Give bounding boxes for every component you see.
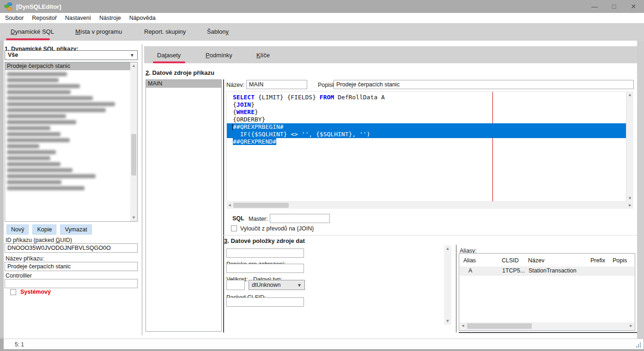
column-header[interactable]: Název xyxy=(528,257,544,264)
list-item-redacted[interactable] xyxy=(7,126,50,130)
app-icon xyxy=(4,2,12,11)
column-header[interactable]: Popis xyxy=(613,257,627,264)
velikost-input[interactable] xyxy=(226,280,245,290)
list-item-redacted[interactable] xyxy=(7,90,71,94)
scrollbar-thumb[interactable] xyxy=(233,203,289,208)
close-button[interactable]: ✕ xyxy=(629,3,638,10)
tab-datasety[interactable]: Datasety xyxy=(157,52,181,59)
tab-podmi-nky[interactable]: Podmínky xyxy=(206,52,232,59)
menu-item-repositor[interactable]: Repositoř xyxy=(28,13,61,23)
dataset-listbox[interactable]: MAIN xyxy=(146,79,222,332)
command-listbox[interactable]: Prodeje čerpacích stanic xyxy=(5,62,138,222)
system-checkbox[interactable] xyxy=(10,289,16,295)
packed-clsid-input[interactable] xyxy=(226,297,304,307)
caret-position: 5: 1 xyxy=(15,341,24,348)
text-caret xyxy=(232,124,233,130)
list-item-redacted[interactable] xyxy=(7,180,61,184)
scroll-up-icon[interactable]: ▲ xyxy=(130,62,137,69)
master-input[interactable] xyxy=(270,214,330,223)
column-header[interactable]: Prefix xyxy=(590,257,605,264)
scroll-down-icon[interactable]: ▼ xyxy=(444,318,451,325)
section3-scrollbar[interactable]: ▲ ▼ xyxy=(444,245,451,325)
tab-s-ablony[interactable]: Šablony xyxy=(207,28,229,35)
dataset-tabstrip: DatasetyPodmínkyKlíče xyxy=(144,46,637,63)
scrollbar-thumb[interactable] xyxy=(467,323,532,329)
list-item-redacted[interactable] xyxy=(7,78,59,82)
scroll-up-icon[interactable]: ▲ xyxy=(626,91,633,98)
editor-hscrollbar[interactable]: ◄ ► xyxy=(226,202,633,209)
field-input[interactable] xyxy=(5,262,138,271)
table-row[interactable]: A1TCP5...StationTransaction xyxy=(460,266,634,276)
app-window: [DynSQLEditor] — □ ✕ SouborRepositořNast… xyxy=(0,0,644,351)
tab-mi-sta-v-programu[interactable]: Místa v programu xyxy=(75,28,122,35)
list-item-redacted[interactable] xyxy=(7,162,61,166)
command-filter-combobox[interactable]: Vše ▼ xyxy=(5,50,138,60)
sql-line: {ORDERBY} xyxy=(227,116,626,123)
scroll-left-icon[interactable]: ◄ xyxy=(460,322,466,330)
list-item-redacted[interactable] xyxy=(7,84,80,88)
scroll-up-icon[interactable]: ▲ xyxy=(444,245,451,252)
sql-line: ##QREXPRBEGIN# xyxy=(227,123,626,131)
command-list-scrollbar[interactable]: ▲ ▼ xyxy=(130,62,137,221)
menu-item-nastroje[interactable]: Nástroje xyxy=(95,13,125,23)
active-inner-tab-indicator xyxy=(153,61,185,63)
list-item-redacted[interactable] xyxy=(7,168,73,172)
novy-button[interactable]: Nový xyxy=(6,224,29,235)
scroll-down-icon[interactable]: ▼ xyxy=(130,214,137,221)
field-input[interactable] xyxy=(5,279,138,288)
statusbar: 5: 1 xyxy=(4,339,644,349)
kopie-button[interactable]: Kopie xyxy=(32,224,56,235)
tab-dynamicke-sql[interactable]: Dynamické SQL xyxy=(11,28,54,35)
scroll-left-icon[interactable]: ◄ xyxy=(226,202,233,209)
table-cell: 1TCP5... xyxy=(502,267,525,274)
tab-kli-c-e[interactable]: Klíče xyxy=(256,52,270,59)
resize-grip[interactable] xyxy=(636,343,641,347)
alias-name-input[interactable] xyxy=(226,248,304,258)
aliasy-hscrollbar[interactable]: ◄ ► xyxy=(460,322,634,330)
sql-line: IF({$SQLHINT} <> '', {$SQLHINT}, '') xyxy=(227,131,626,138)
scroll-right-icon[interactable]: ► xyxy=(628,322,634,330)
maximize-button[interactable]: □ xyxy=(610,3,618,10)
dataset-divider xyxy=(223,79,224,333)
list-item-redacted[interactable] xyxy=(7,144,39,148)
list-item-redacted[interactable] xyxy=(7,174,96,178)
popiska-zobrazeni-input[interactable] xyxy=(226,264,304,273)
dataset-item[interactable]: MAIN xyxy=(146,80,221,88)
list-item-redacted[interactable] xyxy=(7,150,56,154)
menu-item-napoveda[interactable]: Nápověda xyxy=(125,13,160,23)
menu-item-soubor[interactable]: Soubor xyxy=(1,13,28,23)
column-header[interactable]: Alias xyxy=(463,257,476,264)
list-item-redacted[interactable] xyxy=(7,132,61,136)
exclude-join-checkbox[interactable] xyxy=(231,225,237,231)
scroll-down-icon[interactable]: ▼ xyxy=(626,195,633,202)
list-item-redacted[interactable] xyxy=(7,96,93,100)
list-item-redacted[interactable] xyxy=(7,156,50,160)
popiska-input[interactable] xyxy=(334,80,634,89)
datovy-typ-combobox[interactable]: dtUnknown ▼ xyxy=(249,280,305,290)
aliasy-table[interactable]: AliasCLSIDNázevPrefixPopis A1TCP5...Stat… xyxy=(459,253,635,331)
left-frame xyxy=(0,41,4,339)
sql-editor[interactable]: SELECT {LIMIT} {FIELDS} FROM DefRollData… xyxy=(226,91,626,202)
menu-item-nastaveni[interactable]: Nastavení xyxy=(61,13,95,23)
field-input[interactable] xyxy=(5,243,138,253)
list-item-redacted[interactable] xyxy=(7,186,85,190)
scrollbar-thumb[interactable] xyxy=(131,134,136,176)
column-header[interactable]: CLSID xyxy=(502,257,519,264)
list-item-redacted[interactable] xyxy=(7,102,115,106)
editor-vscrollbar[interactable]: ▲ ▼ xyxy=(626,91,633,202)
list-item-redacted[interactable] xyxy=(7,108,106,112)
minimize-button[interactable]: — xyxy=(590,3,599,10)
nazev-input[interactable] xyxy=(246,80,307,89)
list-item-selected[interactable]: Prodeje čerpacích stanic xyxy=(5,62,137,70)
list-item-redacted[interactable] xyxy=(7,120,76,124)
list-item-redacted[interactable] xyxy=(7,114,66,118)
tab-report-skupiny[interactable]: Report. skupiny xyxy=(144,28,186,35)
vymazat-button[interactable]: Vymazat xyxy=(60,224,91,235)
field-label: Controlller xyxy=(6,272,32,279)
list-item-redacted[interactable] xyxy=(7,138,70,142)
scroll-right-icon[interactable]: ► xyxy=(627,202,633,209)
system-checkbox-label: Systémový xyxy=(20,289,51,295)
list-item-redacted[interactable] xyxy=(7,72,67,76)
command-buttons: NovýKopieVymazat xyxy=(6,224,96,235)
chevron-down-icon: ▼ xyxy=(130,53,134,58)
